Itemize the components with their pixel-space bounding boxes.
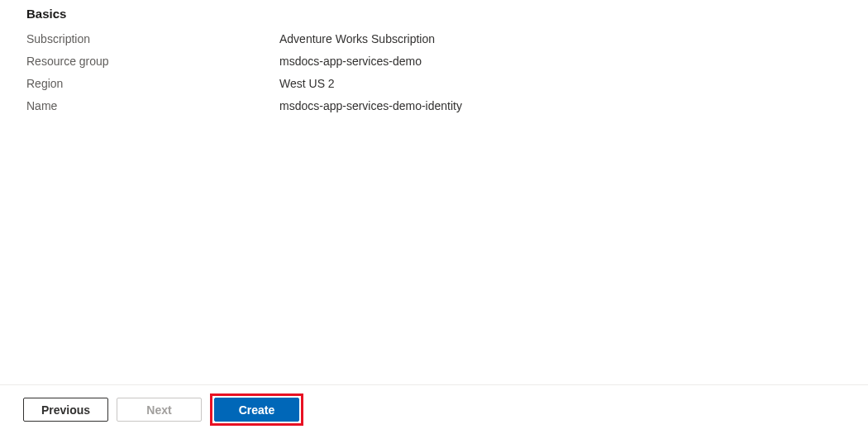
property-label-name: Name <box>26 99 279 112</box>
wizard-footer: Previous Next Create <box>0 384 868 434</box>
property-value-subscription: Adventure Works Subscription <box>279 32 435 45</box>
property-value-region: West US 2 <box>279 77 335 90</box>
property-row: Subscription Adventure Works Subscriptio… <box>26 32 868 45</box>
property-row: Region West US 2 <box>26 77 868 90</box>
property-label-resource-group: Resource group <box>26 55 279 68</box>
property-row: Resource group msdocs-app-services-demo <box>26 55 868 68</box>
create-button[interactable]: Create <box>214 398 299 422</box>
property-list: Subscription Adventure Works Subscriptio… <box>26 32 868 112</box>
property-row: Name msdocs-app-services-demo-identity <box>26 99 868 112</box>
section-heading-basics: Basics <box>26 7 868 21</box>
property-value-name: msdocs-app-services-demo-identity <box>279 99 462 112</box>
review-panel: Basics Subscription Adventure Works Subs… <box>0 0 868 112</box>
create-button-highlight: Create <box>210 393 303 426</box>
next-button: Next <box>117 398 202 422</box>
previous-button[interactable]: Previous <box>23 398 108 422</box>
property-label-region: Region <box>26 77 279 90</box>
property-value-resource-group: msdocs-app-services-demo <box>279 55 422 68</box>
property-label-subscription: Subscription <box>26 32 279 45</box>
